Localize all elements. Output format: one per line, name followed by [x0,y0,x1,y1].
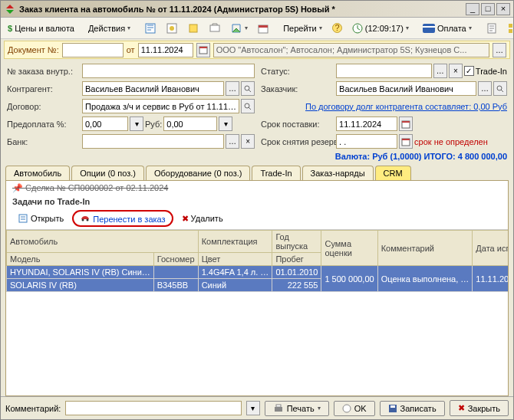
ok-icon [342,404,351,413]
col-year[interactable]: Год выпуска [272,231,321,253]
rub-label: Руб: [145,120,162,129]
deal-link[interactable]: 📌 Сделка № СП0000002 от 02.11.2024 [6,181,508,195]
open-task-button[interactable]: Открыть [12,211,69,226]
reserve-calendar-button[interactable] [399,134,413,149]
tasks-header: Задачи по Trade-In [6,195,508,208]
customer-open-button[interactable] [493,81,507,96]
maximize-button[interactable]: □ [481,3,495,15]
toolbar-icon-4[interactable] [205,20,225,37]
calendar-button[interactable] [196,43,210,57]
comment-expand-button[interactable]: ▾ [246,401,260,415]
tradein-checkbox[interactable]: ✓ [464,66,474,76]
contragent-input[interactable]: Васильев Василий Иванович [82,81,224,96]
pin-icon: 📌 [12,183,25,192]
delivery-date-input[interactable]: 11.11.2024 [336,116,397,131]
svg-rect-4 [210,25,219,31]
reserve-label: Срок снятия резерва: [261,137,330,146]
col-comment[interactable]: Комментарий [377,231,473,266]
col-model[interactable]: Модель [7,253,154,266]
tasks-grid[interactable]: Автомобиль Комплектация Год выпуска Сумм… [6,229,508,395]
customer-pick-button[interactable]: … [478,81,492,96]
toolbar-icon-1[interactable] [140,20,160,37]
status-clear-button[interactable]: × [449,64,463,78]
clock-display[interactable]: (12:09:17)▾ [348,21,413,36]
col-gos[interactable]: Госномер [153,253,198,266]
svg-point-2 [170,26,174,31]
prepay-pct-spin[interactable]: ▾ [130,116,143,131]
delivery-calendar-button[interactable] [399,116,413,131]
svg-rect-3 [189,25,197,32]
org-more-button[interactable]: … [493,43,506,57]
svg-rect-23 [402,121,410,123]
status-pick-button[interactable]: … [433,64,447,78]
main-toolbar: $ Цены и валюта Действия▾ ▾ Перейти▾ ? (… [1,18,513,39]
svg-rect-6 [259,25,268,28]
goto-dropdown[interactable]: Перейти▾ [279,21,326,35]
clock-icon [352,23,363,34]
totals-display: Валюта: Руб (1,0000) ИТОГО: 4 800 000,00 [1,152,513,162]
dogovor-input[interactable]: Продажа з/ч и сервис в Руб от 11.11… [82,99,239,113]
close-button[interactable]: ✖ Закрыть [450,400,509,416]
svg-point-31 [343,405,351,412]
contragent-open-button[interactable] [241,81,255,96]
pay-button[interactable]: Оплата▾ [419,21,476,35]
debt-link[interactable]: По договору долг контрагента составляет:… [305,102,507,111]
actions-dropdown[interactable]: Действия▾ [84,21,134,35]
comment-label: Комментарий: [5,404,61,413]
ok-button[interactable]: OK [334,401,375,416]
col-kompl[interactable]: Комплектация [198,231,272,253]
svg-rect-10 [423,24,435,33]
tab-tradein[interactable]: Trade-In [252,166,300,180]
delete-task-button[interactable]: ✖ Удалить [176,212,229,226]
save-button[interactable]: Записать [380,401,445,416]
prepay-pct-input[interactable]: 0,00 [82,116,128,131]
prepay-rub-spin[interactable]: ▾ [219,116,232,131]
table-row[interactable]: HYUNDAI, SOLARIS IV (RB) Сини… 1.4G4FA 1… [7,266,509,279]
customer-input[interactable]: Васильев Василий Иванович [336,81,476,96]
tab-crm[interactable]: CRM [375,166,411,180]
toolbar-icon-8[interactable] [503,20,514,37]
close-window-button[interactable]: × [496,3,510,15]
col-auto[interactable]: Автомобиль [7,231,199,253]
doc-number-label: Документ №: [8,45,59,54]
order-no-input[interactable] [82,64,255,78]
tasks-toolbar: Открыть Перенести в заказ ✖ Удалить [6,208,508,229]
dogovor-open-button[interactable] [241,99,255,113]
col-sum[interactable]: Сумма оценки [321,231,377,266]
prices-button[interactable]: $ Цены и валюта [4,21,78,35]
tab-auto[interactable]: Автомобиль [5,166,70,180]
contragent-pick-button[interactable]: … [226,81,239,96]
print-button[interactable]: Печать▾ [265,401,329,416]
svg-text:?: ? [334,23,339,32]
help-icon[interactable]: ? [328,20,347,36]
doc-date-input[interactable]: 11.11.2024 [138,43,193,57]
magnifier-icon [244,85,252,93]
reserve-date-input[interactable]: . . [336,134,397,149]
col-date[interactable]: Дата исполнения [473,231,508,266]
svg-rect-25 [402,139,410,140]
move-to-order-button[interactable]: Перенести в заказ [72,210,173,227]
tab-equipment[interactable]: Оборудование (0 поз.) [146,166,250,180]
toolbar-icon-7[interactable] [482,20,502,37]
bank-input[interactable] [82,134,224,149]
toolbar-icon-3[interactable] [183,20,203,37]
reserve-note: срок не определен [414,137,488,146]
comment-input[interactable] [65,401,241,415]
bank-pick-button[interactable]: … [226,134,239,149]
minimize-button[interactable]: _ [466,3,479,15]
toolbar-icon-6[interactable] [253,20,273,37]
toolbar-icon-5[interactable]: ▾ [226,20,252,37]
calendar-icon [401,137,410,146]
col-color[interactable]: Цвет [198,253,272,266]
bank-clear-button[interactable]: × [241,134,255,149]
magnifier-icon [496,85,504,93]
doc-number-input[interactable] [62,43,124,57]
status-input[interactable] [336,64,432,78]
col-mileage[interactable]: Пробег [272,253,321,266]
prepay-rub-input[interactable]: 0,00 [163,116,217,131]
svg-rect-33 [390,405,395,408]
tab-options[interactable]: Опции (0 поз.) [71,166,144,180]
toolbar-icon-2[interactable] [162,20,182,37]
tab-orders[interactable]: Заказ-наряды [302,166,374,180]
app-icon [4,3,16,15]
